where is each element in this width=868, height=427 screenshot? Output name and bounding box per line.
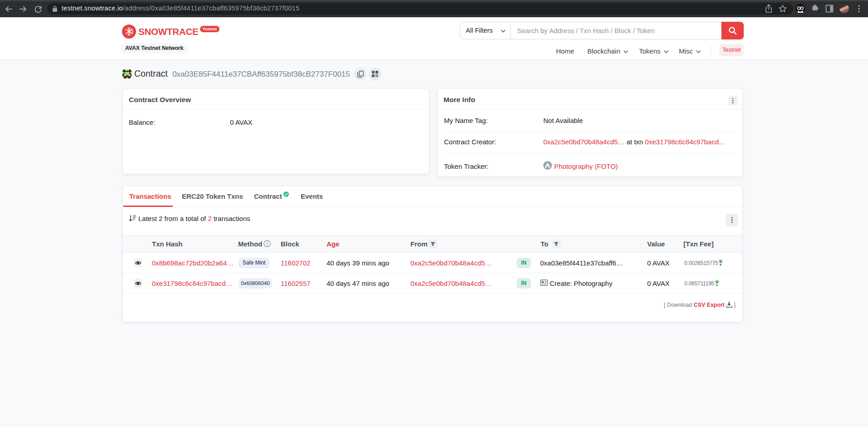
svg-text:$: $ — [716, 280, 718, 284]
svg-text:$: $ — [720, 260, 722, 264]
